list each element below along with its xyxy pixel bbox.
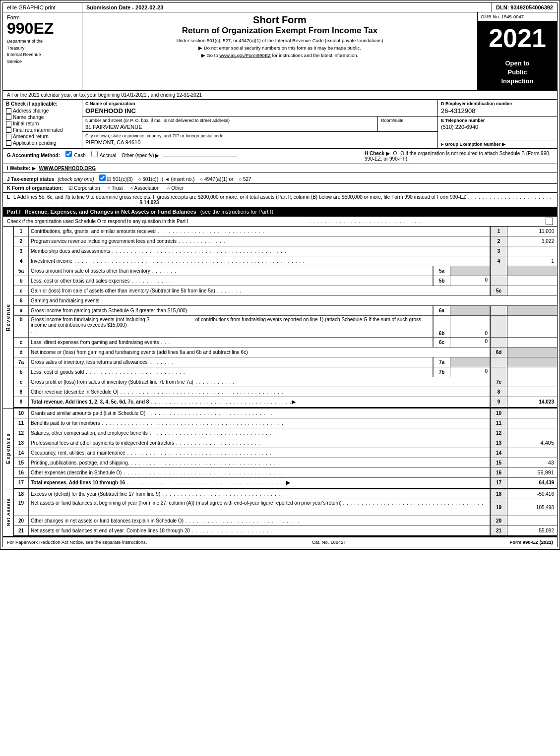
open-inspection: Open to Public Inspection [478,55,557,90]
e-label: E Telephone number [441,118,554,123]
final-return-label: Final return/terminated [13,127,63,133]
row-value: 64,439 [507,478,557,488]
row-value [507,408,557,418]
net-assets-section: Net Assets 18 Excess or (deficit) for th… [2,489,558,536]
g-label: G Accounting Method: [7,153,60,158]
website-url: WWW.OPENHOOD.ORG [39,166,96,171]
table-row: c Less: direct expenses from gaming and … [14,338,557,348]
line-number-box: 21 [490,526,507,535]
irs-link: www.irs.gov/Form990EZ [219,53,270,58]
tax-527: ○ 527 [239,176,251,182]
row-number: 17 [14,478,29,488]
cat-no: Cat. No. 10642I [312,539,345,545]
accrual-option: Accrual [91,153,118,158]
final-return-checkbox[interactable] [6,127,11,133]
street-value: 31 FAIRVIEW AVENUE [85,124,374,130]
year-box: 2021 [478,21,557,55]
street-row: Number and street (or P. O. box, if mail… [82,116,437,132]
501c3-checkbox[interactable] [99,174,106,181]
line-number-box: 5c [490,286,507,295]
table-row: 18 Excess or (deficit) for the year (Sub… [14,489,557,499]
row-value [507,448,557,458]
table-row: 2 Program service revenue including gove… [14,236,557,246]
room-section: Room/suite [378,116,437,131]
row-number: 15 [14,458,29,467]
mid-value: 0 [450,338,490,347]
schedule-o-checkbox[interactable] [546,218,553,225]
row-description: Printing, publications, postage, and shi… [29,458,490,467]
j-note: (check only one) [58,176,94,182]
row-description: Total revenue. Add lines 1, 2, 3, 4, 5c,… [29,397,490,407]
row-value: 55,082 [507,526,557,535]
address-change-checkbox[interactable] [6,108,11,114]
row-description: Investment income . . . . . . . . . . . … [29,256,490,266]
row-number: 18 [14,489,29,499]
mid-value: 0 [450,276,490,286]
application-pending-label: Application pending [13,140,56,146]
trust-option: ○ Trust [107,185,123,191]
tax-exempt-row: J Tax-exempt status (check only one) ☑ 5… [2,173,558,184]
city-row: City or town, state or province, country… [82,132,437,147]
name-change-label: Name change [13,115,44,120]
row-number: b [14,316,29,337]
row-number: 11 [14,418,29,428]
part1-title: Revenue, Expenses, and Changes in Net As… [25,209,196,215]
row-value [507,266,557,276]
mid-value: 0 [450,316,490,337]
d-label: D Employer identification number [441,101,554,106]
table-row: c Gain or (loss) from sale of assets oth… [14,286,557,296]
initial-return-label: Initial return [13,121,39,126]
row-number: 20 [14,516,29,525]
line-number-box: 12 [490,428,507,438]
row-number: a [14,306,29,315]
row-number: c [14,377,29,387]
row-value: -50,416 [507,489,557,499]
table-row: 15 Printing, publications, postage, and … [14,458,557,468]
table-row: 5a Gross amount from sale of assets othe… [14,266,557,276]
mid-value [450,306,490,315]
row-value [507,286,557,295]
form-footer: For Paperwork Reduction Act Notice, see … [2,536,558,547]
sub-num-box: 7b [433,367,450,377]
row-description: Net assets or fund balances at beginning… [29,499,490,516]
amended-return-label: Amended return [13,134,49,139]
table-row: 9 Total revenue. Add lines 1, 2, 3, 4, 5… [14,397,557,408]
k-label: K Form of organization: [7,185,63,191]
row-description: Program service revenue including govern… [29,236,490,246]
row-value: 11,000 [507,227,557,236]
right-col: OMB No. 1545-0047 2021 Open to Public In… [478,12,557,90]
row-number: 12 [14,428,29,438]
corp-option: ☑ Corporation [68,185,100,191]
name-change-checkbox[interactable] [6,115,11,120]
row-description: Net income or (loss) from gaming and fun… [29,348,490,357]
row-description: Grants and similar amounts paid (list in… [29,408,490,418]
row-value: 1 [507,256,557,266]
b-label: B Check if applicable: [6,101,79,107]
phone-value: (510) 220-6940 [441,124,554,130]
accrual-checkbox[interactable] [91,151,98,157]
initial-return-checkbox[interactable] [6,121,11,126]
row-value [507,306,557,315]
city-label: City or town, state or province, country… [85,133,435,138]
row-number: 1 [14,227,29,236]
cash-checkbox[interactable] [65,151,72,157]
line-number-box: 18 [490,489,507,499]
add-lines-value: $ 14,023 [140,200,159,205]
part1-label: Part I [7,209,21,215]
initial-return-item: Initial return [6,121,79,126]
amended-return-checkbox[interactable] [6,134,11,139]
org-name-row: C Name of organization OPENHOOD INC [82,100,437,116]
row-description: Professional fees and other payments to … [29,438,490,448]
row-number: 16 [14,468,29,477]
form-number-section: Form 990EZ Department of the Treasury In… [3,12,82,90]
row-description: Membership dues and assessments . . . . … [29,246,490,256]
row-description: Contributions, gifts, grants, and simila… [29,227,490,236]
row-description: Gross sales of inventory, less returns a… [29,357,433,367]
line-number-box [490,316,507,337]
h-section: H Check ▶ O O if the organization is not… [365,151,553,162]
org-info-section: C Name of organization OPENHOOD INC Numb… [82,100,438,148]
line-number-box [490,266,507,276]
street-section: Number and street (or P. O. box, if mail… [82,116,378,131]
application-pending-checkbox[interactable] [6,140,11,146]
amended-return-item: Amended return [6,134,79,139]
